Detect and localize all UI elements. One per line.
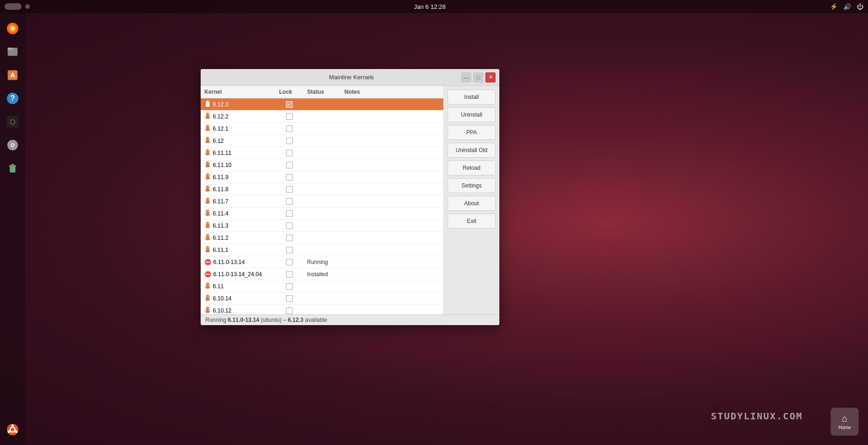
lock-checkbox[interactable] (286, 222, 293, 229)
svg-point-35 (205, 140, 210, 143)
kernel-label: 6.12.2 (213, 113, 228, 120)
lock-checkbox[interactable]: ✓ (286, 101, 293, 108)
home-icon: ⌂ (842, 413, 847, 424)
sidebar-item-app-center[interactable]: A (3, 65, 22, 85)
kernel-cell: 6.12.2 (201, 111, 275, 121)
lock-checkbox[interactable] (286, 125, 293, 132)
lock-checkbox[interactable] (286, 247, 293, 253)
table-row[interactable]: 6.11.8 (201, 183, 443, 195)
sidebar-item-mainline[interactable]: ⬡ (3, 112, 22, 132)
status-cell (303, 104, 341, 105)
sidebar-item-ubuntu[interactable] (3, 420, 22, 439)
notes-cell (341, 140, 443, 142)
table-row[interactable]: 6.12.3✓ (201, 98, 443, 111)
minimize-button[interactable]: — (461, 72, 471, 83)
svg-text:A: A (10, 71, 15, 79)
table-row[interactable]: ⛔6.11.0-13.14_24.04Installed (201, 268, 443, 280)
disk-icon (6, 139, 19, 152)
lock-checkbox[interactable] (286, 235, 293, 241)
status-cell (303, 164, 341, 166)
ppa-button[interactable]: PPA (448, 125, 496, 140)
table-row[interactable]: ⛔6.11.0-13.14Running (201, 256, 443, 268)
lock-checkbox[interactable] (286, 307, 293, 314)
exit-button[interactable]: Exit (448, 214, 496, 229)
table-row[interactable]: 6.11.4 (201, 208, 443, 220)
svg-rect-4 (8, 48, 13, 49)
install-button[interactable]: Install (448, 90, 496, 104)
table-row[interactable]: 6.11.11 (201, 147, 443, 159)
svg-point-19 (11, 424, 14, 427)
kernel-label: 6.11.7 (213, 198, 228, 205)
lock-checkbox[interactable] (286, 295, 293, 302)
maximize-button[interactable]: □ (473, 72, 483, 83)
table-row[interactable]: 6.11 (201, 280, 443, 292)
status-cell (303, 298, 341, 299)
lock-checkbox[interactable] (286, 283, 293, 290)
uninstall-button[interactable]: Uninstall (448, 107, 496, 122)
table-row[interactable]: 6.12.2 (201, 111, 443, 123)
sidebar-item-trash[interactable] (3, 159, 22, 178)
svg-point-80 (206, 296, 207, 297)
lock-cell (275, 258, 303, 266)
lock-cell (275, 294, 303, 303)
about-button[interactable]: About (448, 196, 496, 211)
app-center-icon: A (6, 69, 19, 82)
svg-point-52 (206, 187, 207, 188)
notes-cell (341, 261, 443, 263)
lock-checkbox[interactable] (286, 259, 293, 265)
svg-point-60 (206, 211, 207, 212)
table-row[interactable]: 6.12 (201, 135, 443, 147)
notes-cell (341, 249, 443, 251)
col-header-kernel: Kernel (201, 88, 275, 96)
svg-point-55 (205, 201, 210, 204)
close-button[interactable]: ✕ (485, 72, 496, 83)
notes-cell (341, 273, 443, 275)
table-row[interactable]: 6.11.7 (201, 195, 443, 208)
reload-button[interactable]: Reload (448, 160, 496, 175)
svg-point-29 (208, 114, 209, 115)
svg-point-57 (208, 199, 209, 200)
kernel-list-body: 6.12.3✓6.12.26.12.16.126.11.116.11.106.1… (201, 98, 443, 314)
notes-cell (341, 152, 443, 154)
svg-point-68 (206, 235, 207, 236)
table-row[interactable]: 6.11.2 (201, 232, 443, 244)
sidebar-item-help[interactable]: ? (3, 89, 22, 108)
svg-point-37 (208, 138, 209, 139)
linux-icon (204, 173, 211, 181)
settings-button[interactable]: Settings (448, 178, 496, 193)
lock-checkbox[interactable] (286, 186, 293, 193)
lock-checkbox[interactable] (286, 138, 293, 144)
datetime: Jan 6 12:28 (414, 3, 446, 10)
kernel-cell: 6.11.10 (201, 160, 275, 170)
table-row[interactable]: 6.11.9 (201, 171, 443, 183)
home-button[interactable]: ⌂ Home (831, 408, 859, 436)
lock-checkbox[interactable] (286, 174, 293, 181)
table-row[interactable]: 6.10.14 (201, 292, 443, 305)
sidebar-item-disk[interactable] (3, 135, 22, 155)
table-row[interactable]: 6.11.3 (201, 220, 443, 232)
lock-checkbox[interactable] (286, 150, 293, 156)
sidebar-item-firefox[interactable] (3, 19, 22, 38)
svg-point-64 (206, 223, 207, 224)
svg-point-13 (12, 144, 14, 146)
lock-cell (275, 282, 303, 291)
lock-checkbox[interactable] (286, 113, 293, 120)
power-icon[interactable]: ⏻ (857, 3, 863, 10)
uninstall-old-button[interactable]: Uninstall Old (448, 143, 496, 158)
lock-checkbox[interactable] (286, 271, 293, 278)
table-row[interactable]: 6.10.12 (201, 305, 443, 314)
svg-point-32 (206, 126, 207, 127)
table-row[interactable]: 6.11.1 (201, 244, 443, 256)
lock-checkbox[interactable] (286, 210, 293, 217)
table-row[interactable]: 6.12.1 (201, 123, 443, 135)
lock-checkbox[interactable] (286, 198, 293, 205)
kernel-label: 6.12 (213, 138, 224, 144)
notes-cell (341, 201, 443, 202)
svg-text:?: ? (10, 94, 15, 102)
sidebar-item-files[interactable] (3, 42, 22, 62)
lock-checkbox[interactable] (286, 162, 293, 168)
notes-cell (341, 225, 443, 227)
table-row[interactable]: 6.11.10 (201, 159, 443, 171)
kernel-list-area: Kernel Lock Status Notes 6.12.3✓6.12.26.… (201, 86, 443, 314)
status-cell (303, 285, 341, 287)
